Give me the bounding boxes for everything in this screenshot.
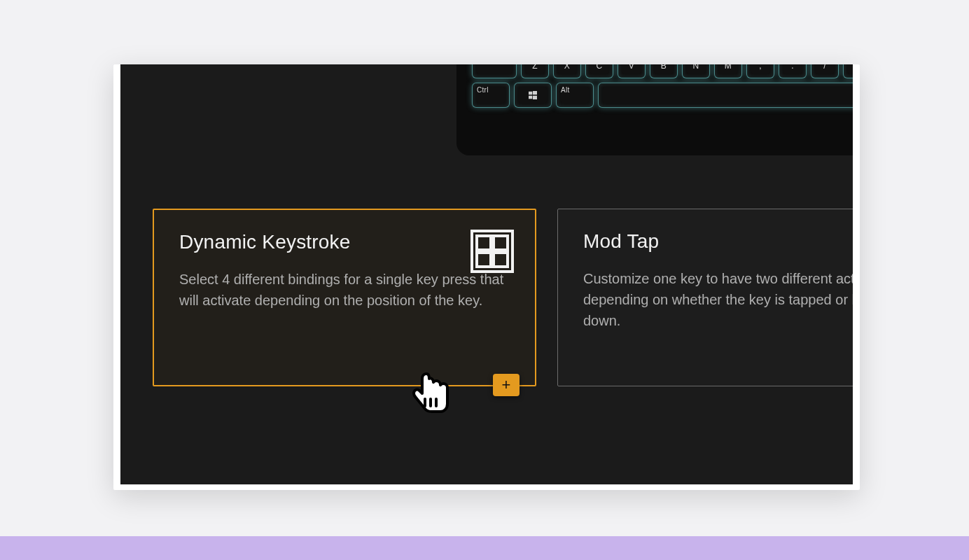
keystroke-grid-icon [470,230,514,273]
svg-rect-2 [529,96,532,99]
svg-rect-3 [533,96,537,99]
windows-icon [529,91,537,99]
card-title: Dynamic Keystroke [179,231,510,253]
svg-rect-6 [494,236,508,250]
key: C [585,64,613,78]
svg-rect-0 [529,92,532,95]
key: M [714,64,742,78]
keyboard-row-mod: Ctrl Alt Alt [472,83,853,108]
plus-icon: + [502,376,511,394]
key-ctrl: Ctrl [472,83,510,108]
screenshot-frame: Z X C V B N M , . / Ctrl [113,64,860,490]
card-description: Select 4 different bindings for a single… [179,269,510,311]
key: V [618,64,646,78]
key-win [514,83,552,108]
key: , [746,64,774,78]
feature-cards-row: Dynamic Keystroke Select 4 different bin… [153,209,853,386]
key: Z [521,64,549,78]
key-shift-r [843,64,853,78]
add-button[interactable]: + [493,374,520,396]
key: B [650,64,678,78]
card-title: Mod Tap [583,230,853,253]
card-description: Customize one key to have two different … [583,268,853,331]
card-dynamic-keystroke[interactable]: Dynamic Keystroke Select 4 different bin… [153,209,536,386]
key-space [598,83,853,108]
svg-rect-8 [494,253,508,267]
key: N [682,64,710,78]
key: X [553,64,581,78]
key-shift [472,64,517,78]
keyboard-render: Z X C V B N M , . / Ctrl [456,64,853,155]
svg-rect-5 [477,236,491,250]
footer-band [0,536,969,560]
key-alt: Alt [556,83,594,108]
key: . [779,64,807,78]
card-mod-tap[interactable]: Mod Tap Customize one key to have two di… [557,209,853,386]
svg-rect-7 [477,253,491,267]
key: / [811,64,839,78]
app-stage: Z X C V B N M , . / Ctrl [120,64,853,484]
svg-rect-1 [533,91,537,94]
keyboard-row-alpha: Z X C V B N M , . / [472,64,853,78]
